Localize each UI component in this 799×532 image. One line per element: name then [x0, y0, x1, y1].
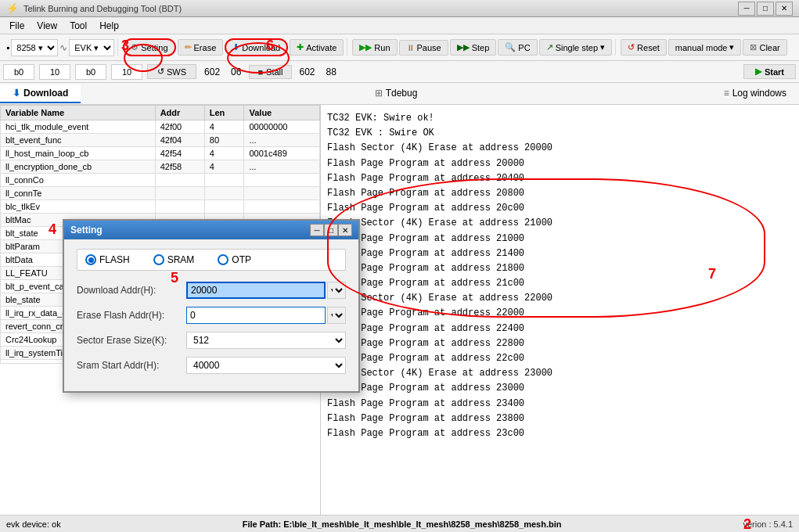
table-row[interactable]: hci_tlk_module_event42f00400000000 — [1, 120, 320, 134]
log-line: Flash Page Program at address 22800 — [327, 336, 793, 351]
t2-val4: 88 — [323, 66, 340, 77]
log-line: Flash Page Program at address 22c00 — [327, 351, 793, 366]
download-button[interactable]: ⬇ Download — [225, 38, 288, 56]
pause-label: Pause — [417, 43, 441, 52]
table-row[interactable]: ll_encryption_done_cb42f584... — [1, 160, 320, 174]
dialog-close[interactable]: ✕ — [338, 224, 352, 236]
clear-label: Clear — [759, 43, 779, 52]
step-button[interactable]: ▶▶ Step — [450, 39, 497, 56]
app-icon: ⚡ — [6, 2, 19, 14]
start-label: Start — [765, 67, 784, 77]
t2-input1[interactable] — [3, 64, 34, 80]
dialog-body: FLASH SRAM OTP Download Addr(H): ▾ Erase… — [64, 239, 358, 391]
menu-file[interactable]: File — [3, 19, 31, 33]
chip-select[interactable]: 8258 ▾ — [11, 39, 58, 56]
activate-button[interactable]: ✚ Activate — [290, 39, 344, 56]
log-panel[interactable]: TC32 EVK: Swire ok!TC32 EVK : Swire OKFl… — [321, 105, 799, 515]
close-button[interactable]: ✕ — [776, 2, 793, 16]
sram-addr-row: Sram Start Addr(H): 40000 — [77, 357, 346, 374]
single-step-icon: ↗ — [546, 42, 553, 52]
table-cell-5-0: ll_connTe — [1, 187, 156, 200]
menu-tool[interactable]: Tool — [63, 19, 93, 33]
maximize-button[interactable]: □ — [757, 2, 774, 16]
pause-button[interactable]: ⏸ Pause — [399, 40, 448, 56]
table-row[interactable]: blc_tlkEv — [1, 200, 320, 214]
clear-button[interactable]: ⊠ Clear — [743, 39, 786, 56]
radio-flash[interactable]: FLASH — [85, 254, 130, 265]
sector-erase-select[interactable]: 512 — [186, 332, 346, 349]
stall-label: Stall — [266, 67, 283, 77]
radio-otp[interactable]: OTP — [218, 254, 251, 265]
log-tab-icon: ≡ — [724, 88, 729, 99]
table-row[interactable]: ll_host_main_loop_cb42f5440001c489 — [1, 147, 320, 160]
setting-button[interactable]: ⚙ Setting — [123, 38, 175, 56]
table-row[interactable]: ll_connCo — [1, 174, 320, 187]
chip-icon: ▪ — [6, 42, 9, 53]
col-header-varname: Variable Name — [1, 106, 156, 120]
reset-button[interactable]: ↺ Reset — [621, 39, 667, 56]
manual-mode-label: manual mode — [675, 43, 728, 52]
t2-input4[interactable] — [111, 64, 142, 80]
log-line: Flash Page Program at address 20400 — [327, 171, 793, 186]
download-addr-dropdown[interactable]: ▾ — [327, 282, 346, 299]
menu-view[interactable]: View — [31, 19, 63, 33]
dialog-titlebar: Setting ─ □ ✕ — [64, 221, 358, 239]
erase-addr-dropdown[interactable]: ▾ — [327, 307, 346, 324]
version: verion : 5.4.1 — [743, 519, 793, 529]
table-row[interactable]: ll_connTe — [1, 187, 320, 200]
run-button[interactable]: ▶▶ Run — [352, 39, 397, 56]
single-step-button[interactable]: ↗ Single step ▾ — [539, 39, 612, 56]
sector-erase-label: Sector Erase Size(K): — [77, 335, 186, 346]
stall-button[interactable]: ■ Stall — [249, 65, 291, 79]
log-line: Flash Page Program at address 23400 — [327, 397, 793, 412]
sram-addr-select[interactable]: 40000 — [186, 357, 346, 374]
log-line: TC32 EVK: Swire ok! — [327, 111, 793, 126]
setting-group: ⚙ Setting ✏ Erase ⬇ Download ✚ Activate — [120, 38, 347, 56]
minimize-button[interactable]: ─ — [738, 2, 755, 16]
t2-input3[interactable] — [75, 64, 106, 80]
tab-log[interactable]: ≡ Log windows — [711, 84, 799, 103]
col-header-addr: Addr — [155, 106, 204, 120]
erase-button[interactable]: ✏ Erase — [178, 39, 224, 56]
start-button[interactable]: ▶ Start — [743, 64, 796, 79]
sws-button[interactable]: ↺ SWS — [147, 64, 196, 79]
erase-addr-input[interactable] — [186, 307, 326, 324]
table-row[interactable]: blt_event_func42f0480... — [1, 134, 320, 147]
single-step-label: Single step — [556, 43, 598, 52]
pc-icon: 🔍 — [505, 42, 516, 52]
tab-download[interactable]: ⬇ Download — [0, 84, 81, 103]
t2-input2[interactable] — [39, 64, 70, 80]
table-cell-3-0: ll_encryption_done_cb — [1, 160, 156, 174]
table-cell-0-3: 00000000 — [244, 120, 320, 134]
log-line: Flash Page Program at address 22400 — [327, 322, 793, 336]
menu-help[interactable]: Help — [93, 19, 125, 33]
setting-label: Setting — [141, 43, 167, 52]
radio-sram[interactable]: SRAM — [153, 254, 195, 265]
window-controls: ─ □ ✕ — [738, 2, 793, 16]
evk-select[interactable]: EVK ▾ — [69, 39, 114, 56]
table-cell-2-0: ll_host_main_loop_cb — [1, 147, 156, 160]
dialog-minimize[interactable]: ─ — [310, 224, 324, 236]
log-tab-label: Log windows — [732, 88, 786, 99]
download-addr-row: Download Addr(H): ▾ — [77, 282, 346, 299]
manual-mode-button[interactable]: manual mode ▾ — [668, 39, 742, 56]
table-cell-5-2 — [204, 187, 244, 200]
log-line: Flash Page Program at address 21000 — [327, 232, 793, 246]
log-line: Flash Page Program at address 23000 — [327, 381, 793, 396]
table-cell-2-2: 4 — [204, 147, 244, 160]
log-line: Flash Page Program at address 20000 — [327, 156, 793, 171]
download-addr-input[interactable] — [186, 282, 326, 299]
table-cell-1-1: 42f04 — [155, 134, 204, 147]
tab-tdebug[interactable]: ⊞ Tdebug — [362, 84, 430, 103]
table-cell-0-0: hci_tlk_module_event — [1, 120, 156, 134]
table-cell-2-1: 42f54 — [155, 147, 204, 160]
table-cell-4-3 — [244, 174, 320, 187]
col-header-value: Value — [244, 106, 320, 120]
reset-label: Reset — [637, 43, 660, 52]
table-cell-4-0: ll_connCo — [1, 174, 156, 187]
menubar: File View Tool Help — [0, 17, 799, 34]
pc-button[interactable]: 🔍 PC — [498, 39, 537, 56]
dialog-maximize[interactable]: □ — [324, 224, 338, 236]
log-line: Flash Sector (4K) Erase at address 21000 — [327, 216, 793, 231]
step-label: Step — [472, 43, 490, 52]
